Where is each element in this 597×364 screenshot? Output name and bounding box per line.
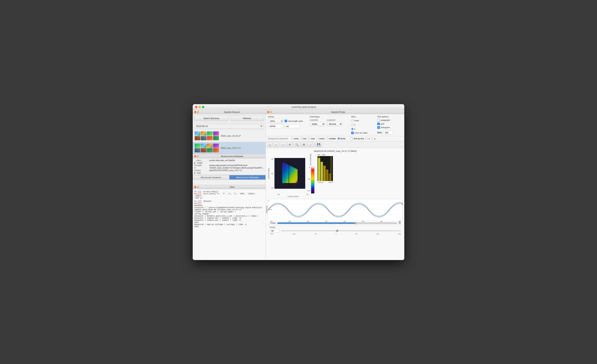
histogram-checkbox[interactable] bbox=[377, 126, 380, 129]
x-index-thumb[interactable] bbox=[354, 222, 356, 224]
cb-tick-100: -100 bbox=[307, 190, 310, 192]
bg-max-option[interactable]: max bbox=[308, 137, 315, 140]
rot-scale-0: 0 bbox=[336, 233, 337, 235]
lbl-x-radio[interactable] bbox=[365, 137, 368, 140]
bg-linear-option[interactable]: linear bbox=[338, 137, 346, 140]
meta-loop: ▶ loop bbox=[194, 172, 264, 174]
bg-none-option[interactable]: none bbox=[291, 137, 298, 140]
line-by-line-label: line-by-line bbox=[354, 137, 364, 140]
back-button[interactable]: ← bbox=[273, 142, 279, 147]
scan-item-029[interactable]: #029_scan_15-32-27 bbox=[193, 130, 266, 142]
tab-microscope-snapshot[interactable]: Microscope Snapshot bbox=[193, 175, 229, 180]
browser-close-btn[interactable] bbox=[194, 111, 196, 113]
bg-min-option[interactable]: min bbox=[300, 137, 306, 140]
bg-subtraction-label: Background subtraction bbox=[268, 138, 288, 140]
bg-mean-radio[interactable] bbox=[316, 137, 319, 140]
line-by-line-checkbox[interactable] bbox=[350, 137, 353, 140]
save-button[interactable]: 💾 bbox=[315, 142, 322, 147]
histogram-svg bbox=[318, 156, 333, 181]
rotate-thumb[interactable] bbox=[336, 230, 338, 232]
heatmap-svg bbox=[275, 158, 305, 189]
shell-panel-title: Shell bbox=[200, 186, 264, 188]
zoom-button[interactable]: 🔍 bbox=[293, 142, 300, 147]
cb-tick-0: 0 bbox=[307, 167, 310, 169]
scan-item-024[interactable]: #024_scan_14-27-17 bbox=[193, 142, 266, 154]
bins-input[interactable] bbox=[383, 131, 393, 134]
plotter-min-btn[interactable] bbox=[270, 111, 272, 113]
rotate-scale: -180 -120 -60 0 60 120 180 bbox=[270, 233, 401, 235]
bg-max-radio[interactable] bbox=[308, 137, 310, 140]
svg-rect-12 bbox=[329, 173, 331, 181]
plot-button[interactable]: 📈 bbox=[308, 142, 314, 147]
bg-none-label: none bbox=[294, 137, 298, 140]
home-button[interactable]: ⌂ bbox=[267, 142, 272, 147]
rotate-input[interactable] bbox=[270, 229, 279, 232]
shell-close-btn[interactable] bbox=[194, 186, 196, 188]
matplotlib-select[interactable]: viridis plasma inferno magma bbox=[310, 122, 325, 126]
slice-x-radio[interactable] bbox=[351, 124, 353, 126]
prof-x-46: -46 bbox=[325, 220, 327, 222]
close-button[interactable] bbox=[195, 106, 197, 108]
lbl-y-radio[interactable] bbox=[371, 137, 373, 140]
shell-content[interactable]: In [1]: arrays.keys() Out[1]: dict_keys(… bbox=[193, 189, 266, 260]
thumb-024-7 bbox=[207, 148, 213, 152]
bg-linear-radio[interactable] bbox=[338, 137, 340, 140]
color-by-value-checkbox[interactable] bbox=[351, 132, 354, 134]
maximize-button[interactable] bbox=[202, 106, 204, 108]
browser-min-btn[interactable] bbox=[197, 111, 199, 113]
slice-y-radio[interactable] bbox=[351, 128, 353, 130]
pyqtgraph-col: pyqtgraph thermal greyclip grey bipolar bbox=[327, 119, 342, 126]
meta-key-io: io bbox=[194, 167, 208, 169]
metadata-close-btn[interactable] bbox=[194, 155, 196, 157]
rot-scale-60: 60 bbox=[355, 233, 357, 235]
pyqtgraph-option-checkbox[interactable] bbox=[377, 119, 380, 122]
bg-median-option[interactable]: median bbox=[326, 137, 336, 140]
x-index-slider[interactable] bbox=[277, 222, 397, 224]
profile-plot: MAG[milliPhi0] 0 -100 bbox=[268, 199, 403, 220]
histogram-canvas-row bbox=[318, 156, 333, 181]
bg-min-radio[interactable] bbox=[300, 137, 303, 140]
unit-value-input[interactable] bbox=[285, 124, 300, 128]
histogram-canvas bbox=[318, 156, 333, 181]
shell-min-btn[interactable] bbox=[197, 186, 199, 188]
forward-button[interactable]: → bbox=[280, 142, 286, 147]
select-directory-button[interactable]: Select directory bbox=[194, 116, 228, 121]
slice-none-radio[interactable] bbox=[351, 119, 353, 122]
color-by-value-label: color by value bbox=[354, 132, 368, 134]
meta-row-location: location data/2018-09-14/#024_scan_14-27… bbox=[194, 169, 264, 172]
scan-thumbnails-029 bbox=[195, 132, 219, 140]
thumb-1 bbox=[195, 132, 200, 136]
grid-checkbox[interactable] bbox=[377, 123, 380, 125]
tab-measurement-metadata[interactable]: Measurement Metadata bbox=[229, 175, 266, 180]
bg-none-radio[interactable] bbox=[291, 137, 293, 140]
thumb-024-4 bbox=[213, 144, 219, 148]
min-max-labels: min max bbox=[318, 154, 325, 156]
right-panel: DataSet Plotter Arrays MAG SUSCX SUSCY C… bbox=[266, 110, 404, 260]
prof-x-50: -50 bbox=[288, 220, 291, 222]
minimize-button[interactable] bbox=[198, 106, 201, 108]
metadata-header: Measurement Metadata bbox=[193, 154, 266, 158]
plotter-close-btn[interactable] bbox=[267, 111, 269, 113]
bg-median-radio[interactable] bbox=[326, 137, 329, 140]
metadata-min-btn[interactable] bbox=[197, 155, 199, 157]
shell-out-1: Out[1]: bbox=[194, 193, 204, 195]
slice-label: Slice bbox=[351, 116, 374, 118]
date-dropdown[interactable]: 2018-09-14 bbox=[194, 124, 264, 129]
controls-row: Arrays MAG SUSCX SUSCY CAP real length u… bbox=[266, 114, 404, 136]
svg-rect-9 bbox=[321, 162, 323, 181]
thumb-6 bbox=[201, 136, 207, 140]
configure-button[interactable]: ⚙ bbox=[301, 142, 307, 147]
array-select[interactable]: MAG SUSCX SUSCY CAP bbox=[268, 119, 283, 123]
real-length-units-checkbox[interactable] bbox=[285, 120, 287, 122]
pyqtgraph-select[interactable]: thermal greyclip grey bipolar bbox=[327, 122, 342, 126]
scan-name-029: #029_scan_15-32-27 bbox=[221, 135, 241, 137]
pan-button[interactable]: ✛ bbox=[287, 142, 293, 147]
meta-row-formatter: formatter qcodes.data.gnuplot_format.GNU… bbox=[194, 164, 264, 167]
rotate-slider[interactable] bbox=[281, 230, 401, 231]
plot-area: data/2018-09-14/#024_scan_14-27-17 [MAG]… bbox=[266, 148, 404, 260]
unit-row bbox=[268, 124, 306, 128]
unit-name-input[interactable] bbox=[268, 124, 283, 128]
shell-line-out-2: Out[2]: bbox=[194, 202, 264, 204]
refresh-button[interactable]: Refresh bbox=[230, 116, 264, 121]
bg-mean-option[interactable]: mean bbox=[316, 137, 325, 140]
